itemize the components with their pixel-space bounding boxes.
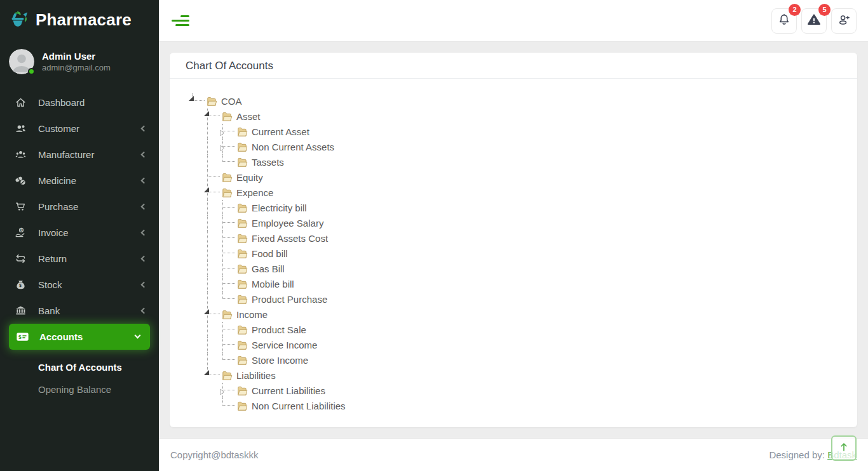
tree-indent-guide	[190, 368, 205, 383]
manufacturer-icon	[15, 149, 30, 161]
brand-name: Pharmacare	[36, 10, 132, 30]
tree-expand-arrow-icon[interactable]	[220, 143, 225, 150]
profile-name: Admin User	[42, 51, 111, 62]
sidebar-item-label: Accounts	[39, 331, 135, 342]
tree-indent-guide	[190, 185, 205, 200]
scroll-to-top-button[interactable]	[831, 435, 857, 461]
tree-indent-guide	[190, 398, 205, 413]
tree-node-income[interactable]: Income	[190, 307, 851, 322]
tree-node-current-asset[interactable]: Current Asset	[190, 124, 851, 139]
tree-indent-guide	[205, 337, 220, 352]
tree-node-product-purchase[interactable]: Product Purchase	[190, 291, 851, 307]
invoice-icon: $	[15, 227, 30, 239]
sidebar-menu: DashboardCustomerManufacturerMedicinePur…	[0, 90, 159, 401]
tree-node-label: Equity	[236, 172, 263, 183]
chevron-left-icon	[141, 204, 147, 210]
sidebar-item-accounts[interactable]: $Accounts	[9, 324, 150, 350]
tree-node-asset[interactable]: Asset	[190, 109, 851, 124]
tree-node-employee-salary[interactable]: Employee Salary	[190, 215, 851, 230]
tree-indent-guide	[205, 291, 220, 307]
tree-indent-guide	[190, 230, 205, 246]
sidebar-item-bank[interactable]: Bank	[0, 298, 159, 324]
topbar: 2 5	[159, 0, 868, 42]
tree-collapse-arrow-icon[interactable]	[204, 309, 209, 314]
tree-indent-guide	[190, 322, 205, 337]
sidebar-item-manufacturer[interactable]: Manufacturer	[0, 142, 159, 168]
tree-node-non-current-assets[interactable]: Non Current Assets	[190, 139, 851, 154]
sidebar-item-return[interactable]: Return	[0, 246, 159, 272]
avatar	[9, 49, 34, 74]
tree-connector	[205, 368, 220, 383]
tree-node-non-current-liabilities[interactable]: Non Current Liabilities	[190, 398, 851, 413]
online-status-dot	[28, 68, 35, 75]
sidebar-item-purchase[interactable]: Purchase	[0, 194, 159, 220]
tree-connector	[205, 307, 220, 322]
tree-indent-guide	[205, 383, 220, 398]
tree-node-service-income[interactable]: Service Income	[190, 337, 851, 352]
tree-collapse-arrow-icon[interactable]	[204, 111, 209, 116]
tree-node-store-income[interactable]: Store Income	[190, 352, 851, 368]
tree-node-tassets[interactable]: Tassets	[190, 154, 851, 169]
tree-connector	[220, 276, 236, 291]
svg-text:$: $	[18, 334, 22, 340]
tree-indent-guide	[190, 246, 205, 261]
tree-node-label: Mobile bill	[252, 279, 294, 289]
folder-icon	[236, 385, 248, 397]
tree-node-gas-bill[interactable]: Gas Bill	[190, 261, 851, 276]
add-user-button[interactable]	[831, 8, 857, 34]
folder-icon	[236, 126, 248, 138]
user-plus-icon	[837, 13, 851, 29]
tree-node-current-liabilities[interactable]: Current Liabilities	[190, 383, 851, 398]
tree-indent-guide	[190, 307, 205, 322]
tree-connector	[220, 291, 236, 307]
tree-indent-guide	[190, 261, 205, 276]
chevron-left-icon	[141, 256, 147, 262]
tree-collapse-arrow-icon[interactable]	[204, 187, 209, 192]
tree-node-product-sale[interactable]: Product Sale	[190, 322, 851, 337]
folder-icon	[236, 339, 248, 351]
tree-indent-guide	[190, 200, 205, 215]
tree-node-label: Electricity bill	[252, 202, 307, 213]
tree-connector	[220, 246, 236, 261]
submenu-item-chart-of-accounts[interactable]: Chart Of Accounts	[38, 356, 159, 378]
tree-node-expence[interactable]: Expence	[190, 185, 851, 200]
footer: Copyright@bdtaskkk Designed by: Bdtask	[159, 438, 868, 471]
tree-indent-guide	[205, 200, 220, 215]
folder-icon	[236, 278, 248, 290]
sidebar-item-label: Dashboard	[38, 97, 146, 108]
tree-node-coa[interactable]: COA	[190, 93, 851, 109]
sidebar-item-customer[interactable]: Customer	[0, 116, 159, 142]
sidebar-item-stock[interactable]: $Stock	[0, 272, 159, 298]
submenu-item-opening-balance[interactable]: Opening Balance	[38, 378, 159, 401]
chevron-left-icon	[141, 126, 147, 132]
chevron-left-icon	[141, 230, 147, 236]
tree-node-equity[interactable]: Equity	[190, 169, 851, 185]
tree-connector	[220, 337, 236, 352]
alerts-button[interactable]: 5	[801, 8, 827, 34]
tree-connector	[205, 185, 220, 200]
sidebar-toggle-button[interactable]	[170, 13, 189, 29]
tree-node-mobile-bill[interactable]: Mobile bill	[190, 276, 851, 291]
tree-node-label: Asset	[236, 111, 261, 122]
tree-connector	[190, 93, 205, 109]
tree-collapse-arrow-icon[interactable]	[189, 96, 194, 101]
tree-node-electricity-bill[interactable]: Electricity bill	[190, 200, 851, 215]
sidebar-item-medicine[interactable]: Medicine	[0, 168, 159, 194]
tree-node-label: Non Current Assets	[252, 142, 334, 152]
user-profile: Admin User admin@gmail.com	[0, 35, 159, 79]
tree-expand-arrow-icon[interactable]	[220, 387, 225, 394]
tree-indent-guide	[190, 169, 205, 185]
tree-node-label: Service Income	[252, 340, 317, 350]
tree-node-liabilities[interactable]: Liabilities	[190, 368, 851, 383]
sidebar-item-dashboard[interactable]: Dashboard	[0, 90, 159, 116]
notifications-button[interactable]: 2	[771, 8, 797, 34]
sidebar-item-invoice[interactable]: $Invoice	[0, 220, 159, 246]
chevron-left-icon	[141, 308, 147, 314]
folder-icon	[236, 141, 248, 153]
tree-node-food-bill[interactable]: Food bill	[190, 246, 851, 261]
tree-expand-arrow-icon[interactable]	[220, 128, 225, 135]
tree-collapse-arrow-icon[interactable]	[204, 370, 209, 375]
chevron-left-icon	[141, 178, 147, 184]
tree-node-fixed-assets-cost[interactable]: Fixed Assets Cost	[190, 230, 851, 246]
folder-icon	[220, 171, 233, 183]
